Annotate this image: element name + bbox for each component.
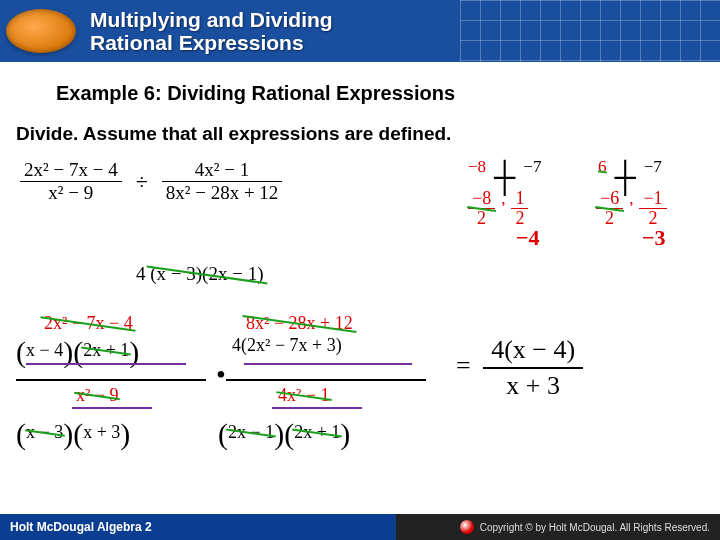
final-answer: = 4(x − 4) x + 3	[456, 335, 583, 401]
title-line-1: Multiplying and Dividing	[90, 8, 333, 31]
factor-hint-2-top: 6 ┼ −7	[598, 157, 662, 184]
header-bar: Multiplying and Dividing Rational Expres…	[0, 0, 720, 62]
right-bot-f1: 2x − 1	[228, 422, 274, 442]
left-orig-den: x² − 9	[76, 385, 119, 406]
plus-icon: ┼	[615, 163, 636, 190]
factored-mid-factors: (x − 3)(2x − 1)	[150, 263, 263, 284]
hint2-product: 6	[598, 157, 607, 184]
hint2-result: −3	[642, 225, 666, 251]
fraction-bar-right	[226, 379, 426, 381]
underline-right-num	[244, 363, 412, 365]
divide-operator: ÷	[132, 169, 152, 195]
header-grid-decoration	[460, 0, 720, 62]
hint1-product: −8	[468, 157, 486, 184]
right-bot-f2: 2x + 1	[294, 422, 340, 442]
content-area: Example 6: Dividing Rational Expressions…	[0, 62, 720, 489]
multiply-dot: •	[210, 359, 232, 391]
right-orig-num: 8x² − 28x + 12	[246, 313, 353, 334]
right-fraction: 4x² − 1 8x² − 28x + 12	[162, 159, 283, 204]
left-numerator: 2x² − 7x − 4	[20, 159, 122, 182]
final-numerator: 4(x − 4)	[483, 335, 583, 369]
factored-right-num: 4 (x − 3)(2x − 1)	[136, 263, 264, 285]
left-bot-f1: x − 3	[26, 422, 63, 442]
right-bot-factors: (2x − 1)(2x + 1)	[218, 417, 350, 451]
hint2-comma: ,	[629, 189, 633, 209]
math-workspace: 2x² − 7x − 4 x² − 9 ÷ 4x² − 1 8x² − 28x …	[16, 159, 704, 489]
right-numerator: 4x² − 1	[162, 159, 283, 182]
left-top-f1: x − 4	[26, 340, 63, 360]
factor-hint-1-fracs: −8 2 , 1 2	[468, 189, 528, 228]
instruction-text: Divide. Assume that all expressions are …	[16, 123, 704, 145]
factor-hint-2-fracs: −6 2 , −1 2	[596, 189, 667, 228]
hint2-frac-a: −6 2	[596, 189, 623, 228]
publisher-logo-icon	[460, 520, 474, 534]
final-fraction: 4(x − 4) x + 3	[483, 335, 583, 401]
book-title: Holt McDougal Algebra 2	[10, 520, 152, 534]
logo-oval	[6, 9, 76, 53]
final-denominator: x + 3	[483, 369, 583, 401]
left-bot-factors: (x − 3)(x + 3)	[16, 417, 130, 451]
equals-sign: =	[456, 351, 471, 380]
right-top-factors: 4(2x² − 7x + 3)	[232, 335, 342, 356]
footer-bar: Holt McDougal Algebra 2 Copyright © by H…	[0, 514, 720, 540]
underline-left-den	[72, 407, 152, 409]
underline-left-num	[26, 363, 186, 365]
hint2-sum: −7	[644, 157, 662, 184]
hint2-frac-b: −1 2	[639, 189, 666, 228]
left-orig-num: 2x² − 7x − 4	[44, 313, 133, 334]
problem-expression: 2x² − 7x − 4 x² − 9 ÷ 4x² − 1 8x² − 28x …	[20, 159, 282, 204]
plus-icon: ┼	[494, 163, 515, 190]
left-denominator: x² − 9	[20, 182, 122, 204]
factor-hint-1: −8 ┼ −7	[468, 157, 541, 184]
example-title: Example 6: Dividing Rational Expressions	[56, 82, 704, 105]
factor-hint-1-top: −8 ┼ −7	[468, 157, 541, 184]
title-line-2: Rational Expressions	[90, 31, 304, 54]
left-bot-f2: x + 3	[83, 422, 120, 442]
fraction-bar-left	[16, 379, 206, 381]
left-fraction: 2x² − 7x − 4 x² − 9	[20, 159, 122, 204]
left-top-f2: 2x + 1	[83, 340, 129, 360]
hint1-result: −4	[516, 225, 540, 251]
factor-hint-2: 6 ┼ −7	[598, 157, 662, 184]
coef-4: 4	[136, 263, 146, 284]
underline-right-den	[272, 407, 362, 409]
copyright-text: Copyright © by Holt McDougal. All Rights…	[460, 520, 710, 534]
hint1-comma: ,	[501, 189, 505, 209]
right-denominator: 8x² − 28x + 12	[162, 182, 283, 204]
right-orig-den: 4x² − 1	[278, 385, 330, 406]
hint1-sum: −7	[523, 157, 541, 184]
hint1-frac-a: −8 2	[468, 189, 495, 228]
lesson-title: Multiplying and Dividing Rational Expres…	[90, 8, 333, 54]
hint1-frac-b: 1 2	[511, 189, 528, 228]
